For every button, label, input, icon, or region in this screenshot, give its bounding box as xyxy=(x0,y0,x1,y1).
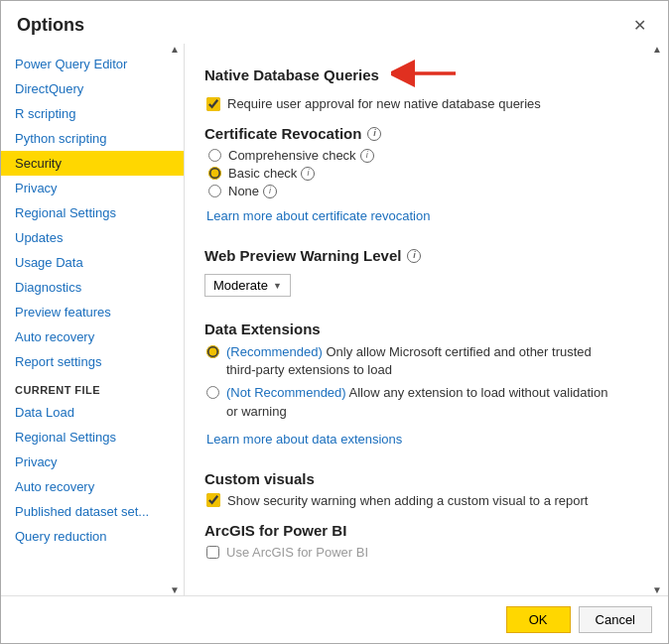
sidebar-item-updates[interactable]: Updates xyxy=(1,225,184,250)
cert-none-info-icon[interactable]: i xyxy=(263,185,277,198)
sidebar-item-regional-settings[interactable]: Regional Settings xyxy=(1,200,184,225)
data-extensions-link[interactable]: Learn more about data extensions xyxy=(206,432,402,447)
sidebar-scroll-down[interactable]: ▼ xyxy=(166,584,184,595)
data-ext-recommended-row: (Recommended) Only allow Microsoft certi… xyxy=(206,343,648,379)
cancel-button[interactable]: Cancel xyxy=(579,606,652,633)
sidebar-item-report-settings[interactable]: Report settings xyxy=(1,349,184,374)
arcgis-checkbox[interactable] xyxy=(206,546,219,559)
sidebar-item-data-load[interactable]: Data Load xyxy=(1,400,184,425)
cert-none-row: None i xyxy=(208,184,648,198)
close-button[interactable]: ✕ xyxy=(627,16,652,36)
sidebar-item-published-dataset[interactable]: Published dataset set... xyxy=(1,499,184,524)
data-ext-notrecommended-radio[interactable] xyxy=(206,386,219,399)
custom-visuals-title: Custom visuals xyxy=(204,470,648,487)
cert-revocation-link[interactable]: Learn more about certificate revocation xyxy=(206,208,430,223)
data-extensions-title: Data Extensions xyxy=(204,321,648,337)
sidebar-scroll-up[interactable]: ▲ xyxy=(166,44,184,55)
data-ext-recommended-radio[interactable] xyxy=(206,345,219,358)
options-dialog: Options ✕ ▲ Power Query Editor DirectQue… xyxy=(0,0,669,644)
cert-revocation-info-icon[interactable]: i xyxy=(367,127,381,141)
sidebar-item-directquery[interactable]: DirectQuery xyxy=(1,76,184,101)
dialog-footer: OK Cancel xyxy=(1,595,668,643)
cert-revocation-options: Comprehensive check i Basic check i None xyxy=(208,148,648,198)
cert-comprehensive-info-icon[interactable]: i xyxy=(360,149,374,163)
cert-comprehensive-radio[interactable] xyxy=(208,149,221,162)
arcgis-title: ArcGIS for Power BI xyxy=(204,522,648,539)
red-arrow-icon xyxy=(391,60,461,90)
native-db-header: Native Database Queries xyxy=(204,60,648,90)
cert-basic-radio[interactable] xyxy=(208,167,221,180)
web-preview-info-icon[interactable]: i xyxy=(407,249,421,263)
custom-visuals-checkbox-label: Show security warning when adding a cust… xyxy=(227,493,588,508)
web-preview-dropdown[interactable]: Moderate ▼ xyxy=(204,274,291,297)
native-db-title: Native Database Queries xyxy=(204,66,379,83)
sidebar-item-r-scripting[interactable]: R scripting xyxy=(1,101,184,126)
sidebar-item-python-scripting[interactable]: Python scripting xyxy=(1,126,184,151)
dialog-body: ▲ Power Query Editor DirectQuery R scrip… xyxy=(1,44,668,595)
main-scroll-down[interactable]: ▼ xyxy=(648,584,666,595)
sidebar-item-privacy[interactable]: Privacy xyxy=(1,176,184,200)
custom-visuals-checkbox[interactable] xyxy=(206,493,220,507)
web-preview-title: Web Preview Warning Level i xyxy=(204,247,648,264)
sidebar-item-regional-settings-file[interactable]: Regional Settings xyxy=(1,425,184,450)
main-scroll-up[interactable]: ▲ xyxy=(648,44,666,55)
sidebar-item-power-query-editor[interactable]: Power Query Editor xyxy=(1,52,184,76)
current-file-label: CURRENT FILE xyxy=(1,374,184,400)
dialog-header: Options ✕ xyxy=(1,1,668,44)
native-db-checkbox-label: Require user approval for new native dat… xyxy=(227,96,541,111)
sidebar-item-auto-recovery[interactable]: Auto recovery xyxy=(1,324,184,349)
ok-button[interactable]: OK xyxy=(506,606,571,633)
data-ext-notrecommended-row: (Not Recommended) Allow any extension to… xyxy=(206,384,648,420)
dropdown-arrow-icon: ▼ xyxy=(273,281,282,291)
cert-comprehensive-row: Comprehensive check i xyxy=(208,148,648,163)
cert-revocation-title: Certificate Revocation i xyxy=(204,125,648,142)
cert-none-radio[interactable] xyxy=(208,185,221,197)
native-db-checkbox-row: Require user approval for new native dat… xyxy=(206,96,648,111)
sidebar-item-security[interactable]: Security xyxy=(1,151,184,176)
sidebar-item-usage-data[interactable]: Usage Data xyxy=(1,250,184,275)
cert-basic-row: Basic check i xyxy=(208,166,648,181)
native-db-checkbox[interactable] xyxy=(206,97,220,111)
data-ext-recommended-label: (Recommended) Only allow Microsoft certi… xyxy=(226,343,613,379)
data-ext-notrecommended-label: (Not Recommended) Allow any extension to… xyxy=(226,384,613,420)
dialog-title: Options xyxy=(17,15,84,36)
sidebar: ▲ Power Query Editor DirectQuery R scrip… xyxy=(1,44,185,595)
arcgis-checkbox-label: Use ArcGIS for Power BI xyxy=(226,545,368,560)
sidebar-item-preview-features[interactable]: Preview features xyxy=(1,300,184,324)
sidebar-item-privacy-file[interactable]: Privacy xyxy=(1,450,184,474)
sidebar-item-auto-recovery-file[interactable]: Auto recovery xyxy=(1,474,184,499)
arcgis-checkbox-row: Use ArcGIS for Power BI xyxy=(206,545,648,560)
sidebar-item-diagnostics[interactable]: Diagnostics xyxy=(1,275,184,300)
main-content: ▲ Native Database Queries xyxy=(185,44,668,595)
custom-visuals-checkbox-row: Show security warning when adding a cust… xyxy=(206,493,648,508)
sidebar-item-query-reduction[interactable]: Query reduction xyxy=(1,524,184,549)
cert-basic-info-icon[interactable]: i xyxy=(301,167,315,181)
